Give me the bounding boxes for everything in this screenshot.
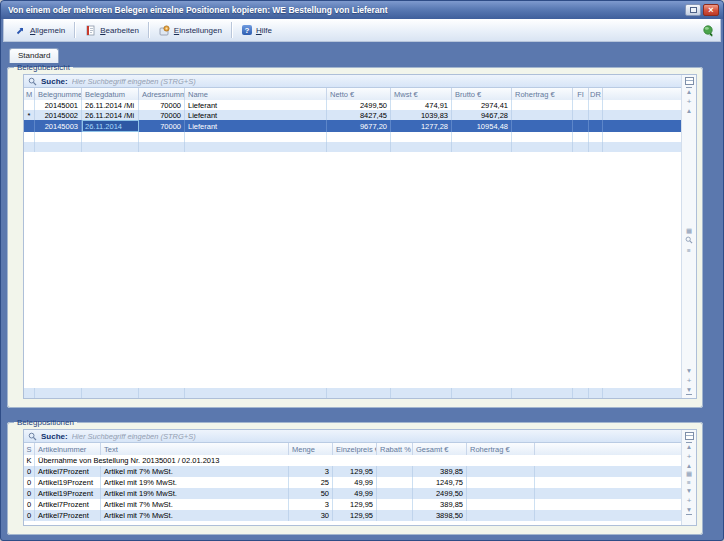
main-toolbar: Allgemein Bearbeiten Einstellungen ? Hil… xyxy=(3,19,721,42)
col-header-mwst[interactable]: Mwst € xyxy=(391,88,452,100)
col-header-fi[interactable]: FI xyxy=(573,88,589,100)
col-header-netto[interactable]: Netto € xyxy=(327,88,391,100)
table-row[interactable]: 20145001 26.11.2014 /Mi 70000 Lieferant … xyxy=(24,100,681,110)
positions-search-input[interactable] xyxy=(72,432,677,441)
column-chooser-icon[interactable] xyxy=(685,77,694,85)
overview-search-input[interactable] xyxy=(72,77,677,86)
menu-bearbeiten[interactable]: Bearbeiten xyxy=(79,23,145,38)
scroll-bottom-icon[interactable]: ▼ xyxy=(686,387,692,396)
table-row[interactable]: 0 Artikel7Prozent Artikel mit 7% MwSt. 3… xyxy=(24,466,681,477)
positions-search-bar: Suche: xyxy=(24,430,681,443)
overview-nav-strip: ▲ + ▲ ▦ ≡ ▼ + ▼ xyxy=(681,75,696,398)
focused-cell[interactable]: 26.11.2014 xyxy=(82,120,139,132)
toolbar-separator xyxy=(74,22,76,38)
col-header-belegnummer[interactable]: Belegnummer xyxy=(35,88,82,100)
search-icon xyxy=(28,77,37,86)
sort-icon[interactable]: ≡ xyxy=(687,480,691,487)
edit-document-icon xyxy=(85,25,96,36)
positions-header-row: S Artikelnummer Text Menge Einzelpreis €… xyxy=(24,443,681,455)
col-header-belegdatum[interactable]: Belegdatum xyxy=(82,88,139,100)
dialog-window: Von einem oder mehreren Belegen einzelne… xyxy=(0,0,724,541)
move-down-icon[interactable]: ▼ xyxy=(686,488,692,495)
col-header-menge[interactable]: Menge xyxy=(289,443,333,455)
client-area: Standard Belegübersicht Suche: xyxy=(1,42,723,540)
grid-view-icon[interactable]: ▦ xyxy=(686,471,692,478)
col-header-gesamt[interactable]: Gesamt € xyxy=(413,443,467,455)
scroll-bottom-icon[interactable]: ▼ xyxy=(686,507,692,516)
grid-empty-area xyxy=(24,521,681,525)
table-row[interactable]: 0 Artikel7Prozent Artikel mit 7% MwSt. 3… xyxy=(24,499,681,510)
close-icon: × xyxy=(708,6,713,15)
positions-grid: Suche: S Artikelnummer Text Menge Einzel… xyxy=(24,430,681,525)
restore-button[interactable] xyxy=(685,4,701,16)
scroll-top-icon[interactable]: ▲ xyxy=(686,442,692,451)
col-header-text[interactable]: Text xyxy=(101,443,289,455)
group-belegpositionen: Belegpositionen Suche: S Art xyxy=(7,419,703,535)
col-header-artikelnummer[interactable]: Artikelnummer xyxy=(35,443,101,455)
toolbar-separator xyxy=(148,22,150,38)
empty-row xyxy=(24,142,681,152)
restore-icon xyxy=(690,7,697,13)
col-header-rabatt[interactable]: Rabatt % xyxy=(377,443,413,455)
overview-grid: Suche: M Belegnummer Belegdatum Adressnu… xyxy=(24,75,681,398)
tab-standard[interactable]: Standard xyxy=(9,48,59,63)
move-up-icon[interactable]: ▲ xyxy=(686,108,692,115)
empty-row xyxy=(24,388,681,398)
positions-nav-strip: ▲ + ▲ ▦ ≡ ▼ + ▼ xyxy=(681,430,696,525)
title-bar: Von einem oder mehreren Belegen einzelne… xyxy=(1,1,723,19)
table-row[interactable]: 0 Artikel19Prozent Artikel mit 19% MwSt.… xyxy=(24,477,681,488)
col-header-rohertrag[interactable]: Rohertrag € xyxy=(512,88,573,100)
menu-allgemein[interactable]: Allgemein xyxy=(9,23,71,38)
col-header-adressnummer[interactable]: Adressnumm xyxy=(139,88,185,100)
table-row[interactable]: 0 Artikel19Prozent Artikel mit 19% MwSt.… xyxy=(24,488,681,499)
col-header-einzelpreis[interactable]: Einzelpreis € xyxy=(333,443,377,455)
grid-empty-area xyxy=(24,152,681,388)
help-icon: ? xyxy=(242,25,252,35)
menu-hilfe[interactable]: ? Hilfe xyxy=(236,23,278,37)
col-header-dr[interactable]: DR xyxy=(589,88,603,100)
table-row[interactable]: 0 Artikel7Prozent Artikel mit 7% MwSt. 3… xyxy=(24,510,681,521)
column-chooser-icon[interactable] xyxy=(685,432,694,440)
grid-view-icon[interactable]: ▦ xyxy=(686,228,692,235)
group-belegübersicht: Belegübersicht Suche: M Bele xyxy=(7,64,703,408)
table-row[interactable]: * 20145002 26.11.2014 /Mi 70000 Lieferan… xyxy=(24,110,681,120)
window-title: Von einem oder mehreren Belegen einzelne… xyxy=(8,5,685,15)
overview-header-row: M Belegnummer Belegdatum Adressnumm Name… xyxy=(24,88,681,100)
insert-row-icon[interactable]: + xyxy=(687,453,692,461)
comment-row[interactable]: K Übernahme von Bestellung Nr. 20135001 … xyxy=(24,455,681,466)
empty-row xyxy=(24,132,681,142)
col-header-m[interactable]: M xyxy=(24,88,35,100)
append-row-icon[interactable]: + xyxy=(687,377,692,385)
insert-row-icon[interactable]: + xyxy=(687,98,692,106)
col-header-s[interactable]: S xyxy=(24,443,35,455)
online-sync-icon[interactable] xyxy=(702,24,715,37)
close-button[interactable]: × xyxy=(703,4,719,16)
search-label: Suche: xyxy=(41,77,68,86)
search-rows-icon[interactable] xyxy=(685,236,693,246)
toolbar-separator xyxy=(231,22,233,38)
search-label: Suche: xyxy=(41,432,68,441)
move-down-icon[interactable]: ▼ xyxy=(686,368,692,375)
arrow-up-right-icon xyxy=(15,25,26,36)
settings-icon xyxy=(159,25,170,36)
move-up-icon[interactable]: ▲ xyxy=(686,463,692,470)
group-title: Belegübersicht xyxy=(14,64,73,71)
col-header-name[interactable]: Name xyxy=(185,88,327,100)
scroll-top-icon[interactable]: ▲ xyxy=(686,87,692,96)
group-title: Belegpositionen xyxy=(14,419,77,426)
append-row-icon[interactable]: + xyxy=(687,497,692,505)
sort-icon[interactable]: ≡ xyxy=(687,248,691,255)
overview-search-bar: Suche: xyxy=(24,75,681,88)
col-header-brutto[interactable]: Brutto € xyxy=(452,88,512,100)
menu-einstellungen[interactable]: Einstellungen xyxy=(153,23,228,38)
col-header-rohertrag[interactable]: Rohertrag € xyxy=(467,443,535,455)
table-row-selected[interactable]: 20145003 26.11.2014 70000 Lieferant 9677… xyxy=(24,120,681,132)
search-icon xyxy=(28,432,37,441)
